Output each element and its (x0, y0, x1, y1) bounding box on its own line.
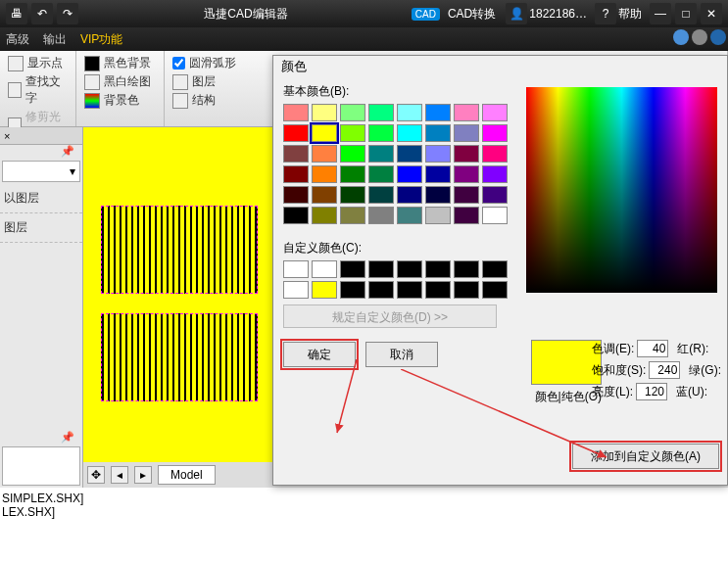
color-swatch[interactable] (283, 186, 309, 204)
add-to-custom-button[interactable]: 添加到自定义颜色(A) (572, 444, 719, 469)
user-icon[interactable]: 👤 (506, 3, 527, 24)
color-swatch[interactable] (283, 207, 309, 224)
ribbon-smooth-arc[interactable]: 圆滑弧形 (189, 55, 236, 71)
ribbon-bw-draw[interactable]: 黑白绘图 (104, 73, 151, 90)
color-swatch[interactable] (283, 165, 309, 183)
color-swatch[interactable] (454, 104, 479, 121)
layer-dropdown[interactable]: ▾ (2, 161, 80, 182)
color-swatch[interactable] (425, 104, 451, 121)
custom-swatch[interactable] (482, 281, 508, 299)
custom-swatch[interactable] (368, 260, 394, 278)
color-swatch[interactable] (397, 104, 422, 121)
color-swatch[interactable] (283, 104, 309, 121)
color-swatch[interactable] (425, 207, 451, 224)
ribbon-bg-color[interactable]: 背景色 (104, 92, 139, 109)
print-icon[interactable]: 🖶 (6, 3, 27, 24)
help-icon[interactable]: ? (595, 3, 616, 24)
ribbon-layers[interactable]: 图层 (192, 73, 216, 90)
smooth-arc-checkbox[interactable] (172, 57, 185, 70)
color-swatch[interactable] (312, 186, 337, 204)
color-swatch[interactable] (397, 124, 422, 142)
custom-swatch[interactable] (283, 260, 309, 278)
lum-input[interactable] (636, 383, 667, 400)
custom-swatch[interactable] (283, 281, 309, 299)
custom-swatch[interactable] (340, 281, 365, 299)
menu-item[interactable]: 输出 (43, 31, 67, 48)
color-swatch[interactable] (397, 207, 422, 224)
maximize-icon[interactable]: □ (675, 3, 697, 24)
color-swatch[interactable] (454, 124, 479, 142)
custom-swatch[interactable] (397, 260, 422, 278)
custom-swatch[interactable] (425, 281, 451, 299)
color-swatch[interactable] (368, 145, 394, 163)
color-swatch[interactable] (368, 207, 394, 224)
color-swatch[interactable] (482, 124, 508, 142)
style-blue-icon[interactable] (673, 29, 689, 45)
color-swatch[interactable] (482, 207, 508, 224)
custom-swatch[interactable] (340, 260, 365, 278)
sat-input[interactable] (649, 361, 680, 379)
custom-swatch[interactable] (454, 281, 479, 299)
color-gradient-picker[interactable] (526, 87, 717, 293)
ribbon-find-text[interactable]: 查找文字 (25, 73, 68, 107)
color-swatch[interactable] (340, 145, 365, 163)
color-swatch[interactable] (425, 165, 451, 183)
custom-swatch[interactable] (312, 281, 337, 299)
color-swatch[interactable] (312, 145, 337, 163)
color-swatch[interactable] (454, 207, 479, 224)
style-help-icon[interactable] (710, 29, 726, 45)
color-swatch[interactable] (368, 186, 394, 204)
color-swatch[interactable] (368, 165, 394, 183)
color-swatch[interactable] (425, 145, 451, 163)
hue-input[interactable] (637, 340, 668, 357)
color-swatch[interactable] (425, 186, 451, 204)
cancel-button[interactable]: 取消 (365, 342, 438, 367)
prev-tab-icon[interactable]: ◂ (111, 466, 128, 484)
custom-swatch[interactable] (454, 260, 479, 278)
menu-item-vip[interactable]: VIP功能 (80, 31, 122, 48)
color-swatch[interactable] (312, 104, 337, 121)
color-swatch[interactable] (340, 207, 365, 224)
color-swatch[interactable] (482, 145, 508, 163)
cad-convert-link[interactable]: CAD转换 (448, 6, 496, 23)
style-gray-icon[interactable] (692, 29, 707, 45)
color-swatch[interactable] (312, 165, 337, 183)
color-swatch[interactable] (397, 186, 422, 204)
color-swatch[interactable] (368, 104, 394, 121)
undo-icon[interactable]: ↶ (31, 3, 53, 24)
color-swatch[interactable] (454, 145, 479, 163)
color-swatch[interactable] (312, 124, 337, 142)
custom-swatch[interactable] (425, 260, 451, 278)
color-swatch[interactable] (340, 124, 365, 142)
color-swatch[interactable] (340, 104, 365, 121)
panel-tab-close[interactable]: × (0, 127, 82, 145)
custom-swatch[interactable] (368, 281, 394, 299)
model-tab[interactable]: Model (158, 465, 216, 485)
color-swatch[interactable] (454, 186, 479, 204)
ribbon-structure[interactable]: 结构 (192, 92, 216, 109)
menu-item[interactable]: 高级 (6, 31, 29, 48)
redo-icon[interactable]: ↷ (57, 3, 78, 24)
color-swatch[interactable] (482, 186, 508, 204)
ribbon-black-bg[interactable]: 黑色背景 (104, 55, 151, 71)
color-swatch[interactable] (482, 104, 508, 121)
ribbon-show-point[interactable]: 显示点 (27, 55, 63, 71)
color-swatch[interactable] (368, 124, 394, 142)
color-swatch[interactable] (340, 186, 365, 204)
pin-icon[interactable]: 📌 (0, 431, 82, 445)
custom-swatch[interactable] (312, 260, 337, 278)
minimize-icon[interactable]: — (650, 3, 671, 24)
panel-item-layer[interactable]: 图层 (0, 213, 82, 243)
pan-icon[interactable]: ✥ (87, 466, 105, 484)
color-swatch[interactable] (312, 207, 337, 224)
custom-swatch[interactable] (482, 260, 508, 278)
color-swatch[interactable] (397, 165, 422, 183)
ok-button[interactable]: 确定 (283, 342, 356, 367)
custom-swatch[interactable] (397, 281, 422, 299)
panel-item-bylayer[interactable]: 以图层 (0, 184, 82, 213)
color-swatch[interactable] (397, 145, 422, 163)
color-swatch[interactable] (340, 165, 365, 183)
close-icon[interactable]: ✕ (701, 3, 722, 24)
color-swatch[interactable] (283, 124, 309, 142)
color-swatch[interactable] (482, 165, 508, 183)
